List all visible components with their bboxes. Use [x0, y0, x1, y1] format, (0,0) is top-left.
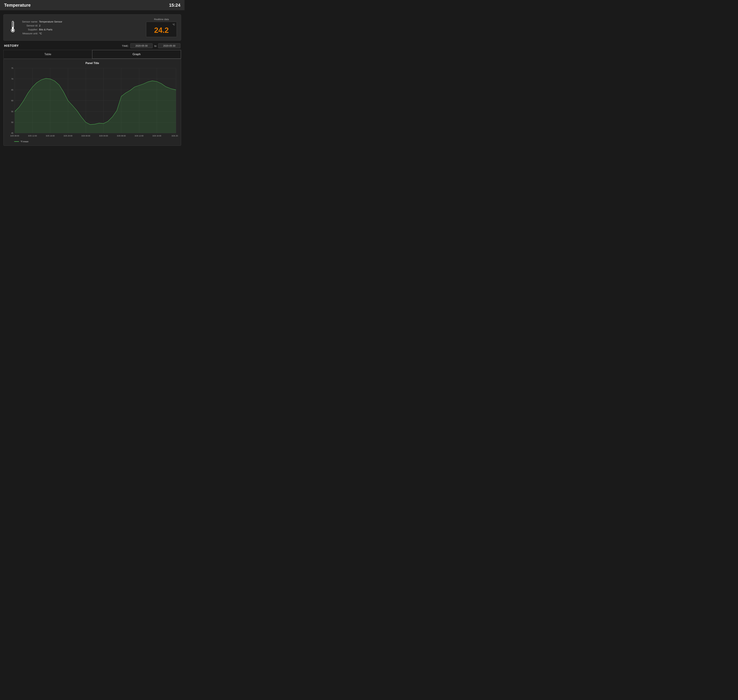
- svg-text:45: 45: [11, 132, 13, 134]
- chart-title: Panel Title: [6, 62, 178, 65]
- svg-text:60: 60: [11, 100, 13, 101]
- time-to-input[interactable]: [158, 43, 181, 48]
- history-title: HISTORY: [4, 44, 19, 48]
- app-title: Temperature: [4, 3, 31, 8]
- svg-text:3/26 04:00: 3/26 04:00: [99, 135, 108, 137]
- realtime-value: 24.2: [148, 26, 175, 34]
- view-tabs: Table Graph: [3, 50, 181, 59]
- sensor-name-value: Temperature Sensor: [39, 20, 63, 24]
- time-to-label: to: [154, 44, 156, 47]
- sensor-supplier-label: Supplier:: [22, 28, 39, 31]
- svg-text:75: 75: [11, 67, 13, 69]
- svg-rect-5: [12, 27, 13, 29]
- time-from-input[interactable]: [130, 43, 153, 48]
- legend-color: [14, 141, 19, 142]
- realtime-label: Realtime data: [146, 18, 177, 21]
- svg-text:3/25 08:00: 3/25 08:00: [10, 135, 19, 137]
- tab-graph[interactable]: Graph: [92, 50, 181, 59]
- svg-text:3/25 12:00: 3/25 12:00: [28, 135, 37, 137]
- chart-area: .grid-line { stroke: #3a3a3a; stroke-wid…: [6, 66, 178, 139]
- sensor-unit-label: Measure unit:: [22, 31, 39, 35]
- history-section: HISTORY TIME: to Table Graph Panel Title…: [3, 43, 181, 146]
- sensor-card: Sensor name: Temperature Sensor Sensor i…: [3, 14, 181, 41]
- sensor-unit-value: °C: [39, 31, 63, 35]
- svg-text:3/25 20:00: 3/25 20:00: [63, 135, 72, 137]
- history-header: HISTORY TIME: to: [3, 43, 181, 48]
- sensor-supplier-value: Bits & Parts: [39, 28, 63, 31]
- thermometer-icon: [8, 20, 18, 35]
- svg-text:65: 65: [11, 89, 13, 91]
- svg-text:3/26 08:00: 3/26 08:00: [117, 135, 126, 137]
- app-header: Temperature 15:24: [0, 0, 184, 10]
- svg-text:3/25 16:00: 3/25 16:00: [46, 135, 55, 137]
- svg-text:3/26 20:00: 3/26 20:00: [172, 135, 178, 137]
- svg-text:3/26 12:00: 3/26 12:00: [135, 135, 144, 137]
- time-filter: TIME: to: [122, 43, 181, 48]
- svg-text:70: 70: [11, 78, 13, 80]
- svg-text:50: 50: [11, 121, 13, 124]
- sensor-id-label: Sensor id:: [22, 24, 39, 28]
- tab-table[interactable]: Table: [3, 50, 92, 59]
- svg-text:3/26 16:00: 3/26 16:00: [152, 135, 161, 137]
- svg-point-7: [12, 29, 14, 31]
- current-time: 15:24: [169, 3, 181, 8]
- realtime-unit: °C: [172, 23, 175, 26]
- svg-marker-42: [15, 78, 176, 133]
- legend-label: °F.mean: [20, 140, 28, 143]
- realtime-box: Realtime data °C 24.2: [146, 18, 177, 37]
- svg-text:55: 55: [11, 110, 13, 113]
- chart-container: Panel Title .grid-line { stroke: #3a3a3a…: [3, 59, 181, 146]
- sensor-left: Sensor name: Temperature Sensor Sensor i…: [8, 20, 63, 35]
- svg-text:3/26 00:00: 3/26 00:00: [81, 135, 90, 137]
- chart-svg: .grid-line { stroke: #3a3a3a; stroke-wid…: [6, 66, 178, 138]
- sensor-id-value: 2: [39, 24, 63, 28]
- sensor-info: Sensor name: Temperature Sensor Sensor i…: [22, 20, 63, 35]
- time-label: TIME:: [122, 44, 129, 47]
- realtime-display: °C 24.2: [146, 22, 177, 37]
- chart-legend: °F.mean: [6, 140, 178, 143]
- sensor-name-label: Sensor name:: [22, 20, 39, 24]
